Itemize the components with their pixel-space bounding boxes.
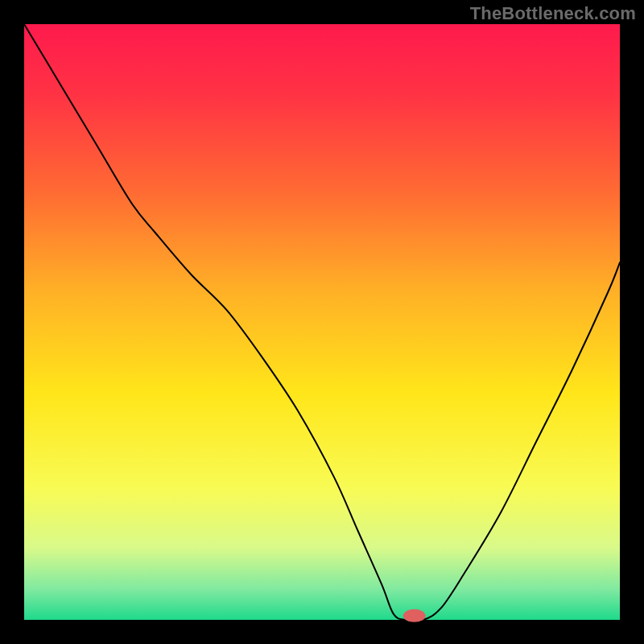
watermark-label: TheBottleneck.com (470, 3, 636, 24)
chart-frame: TheBottleneck.com (0, 0, 644, 644)
optimum-marker (403, 609, 426, 622)
bottleneck-chart (0, 0, 644, 644)
plot-background (24, 24, 620, 620)
